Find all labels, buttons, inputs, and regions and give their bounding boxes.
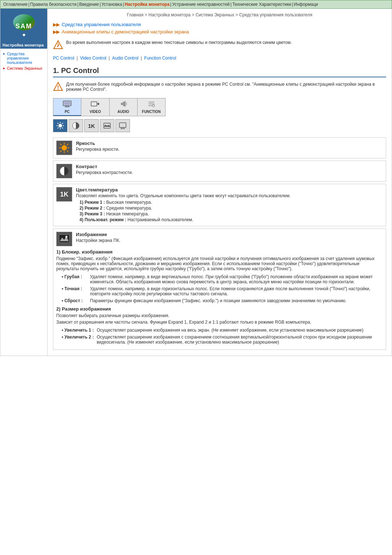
arrow-icon-1: ► [3, 52, 6, 56]
separator-2: | [109, 56, 111, 61]
contrast-title: Контраст [76, 164, 383, 169]
btn-image[interactable] [100, 119, 114, 132]
function-control-link[interactable]: Function Control [144, 56, 176, 61]
nav-settings[interactable]: Настройка монитора [124, 2, 170, 7]
svg-point-19 [58, 124, 62, 127]
svg-line-24 [58, 123, 58, 124]
nav-install[interactable]: Установка [102, 2, 122, 7]
link-user-controls[interactable]: Средства управления пользователя [62, 22, 141, 27]
pc-note-icon [53, 82, 63, 93]
logo-text: SAM◆ [8, 23, 40, 38]
section-link-item-2[interactable]: ▶▶ Анимационные клипы с демонстрацией на… [53, 29, 386, 35]
image-title: Изображение [76, 232, 383, 237]
brightness-content: Яркость Регулировка яркости. [76, 141, 383, 153]
brightness-desc: Регулировка яркости. [76, 147, 383, 152]
audio-tab-icon [111, 101, 136, 109]
tab-function[interactable]: FUNCTION [138, 98, 165, 116]
btn-screen[interactable] [115, 119, 130, 132]
sidebar-item-user-controls[interactable]: ► Средства управления пользователя [3, 51, 45, 65]
tab-pc-label: PC [55, 110, 79, 114]
svg-rect-45 [59, 235, 69, 243]
brightness-icon [56, 141, 72, 155]
pc-control-link[interactable]: PC Control [53, 56, 74, 61]
nav-toc[interactable]: Оглавление [3, 2, 28, 7]
subsection1-title: 1) Блокир. изображения [56, 249, 383, 255]
top-navigation: Оглавление| Правила безопасности| Введен… [0, 0, 392, 9]
svg-line-40 [60, 144, 62, 145]
bullet-reset-label: • Сброст : [62, 298, 87, 303]
svg-rect-33 [121, 127, 124, 129]
svg-rect-8 [64, 102, 70, 105]
audio-control-link[interactable]: Audio Control [112, 56, 139, 61]
bullet-rough-text: Удаляет помехи, например, в виде вертика… [90, 274, 383, 284]
info-icon: ✓ [53, 40, 63, 50]
bullet-expand1: • Увеличить 1 : Осуществляет расширение … [62, 328, 383, 333]
nav-intro[interactable]: Введение [79, 2, 99, 7]
btn-contrast[interactable] [69, 119, 83, 132]
info-text: Во время выполнения настроек в каждом ме… [66, 40, 292, 45]
bullet-expand1-label: • Увеличить 1 : [62, 328, 94, 333]
bullet-rough-label: • Грубая : [62, 274, 87, 279]
info-box: ✓ Во время выполнения настроек в каждом … [53, 38, 386, 52]
contrast-icon [56, 164, 72, 178]
main-content: Главная > Настройка монитора > Система Э… [48, 9, 392, 356]
arrow-icon-2: ► [3, 66, 6, 70]
color-temp-desc: Позволяет изменять тон цвета. Отдельные … [76, 193, 383, 198]
subsection1-desc: Подменю "Зафикс. изобр." (Фиксация изобр… [56, 256, 383, 271]
feature-brightness: Яркость Регулировка яркости. [53, 137, 386, 158]
svg-marker-30 [104, 124, 110, 127]
bullet-expand2-label: • Увеличить 2 : [62, 335, 94, 340]
nav-specs[interactable]: Технические Характеристики [232, 2, 291, 7]
mode-1: 1) Режим 1 : Высокая температура. [79, 200, 383, 205]
bullet-reset: • Сброст : Параметры функции фиксации из… [62, 298, 383, 303]
main-wrapper: SAM◆ Настройка монитора ► Средства управ… [0, 9, 392, 356]
brightness-title: Яркость [76, 141, 383, 146]
bullet-reset-text: Параметры функции фиксации изображения (… [90, 298, 383, 303]
sidebar: SAM◆ Настройка монитора ► Средства управ… [0, 9, 48, 356]
tab-pc[interactable]: PC [53, 98, 81, 116]
nav-info[interactable]: Информаци [294, 2, 318, 7]
sidebar-item-label-2: Система Экранных [7, 66, 42, 70]
image-content-header: Изображение Настройки экрана ПК. [76, 232, 383, 244]
svg-line-41 [67, 151, 69, 152]
svg-rect-34 [121, 129, 125, 129]
subsection2-desc1: Позволяет выбирать различные размеры изо… [56, 313, 383, 318]
section-links: ▶▶ Средства управления пользователя ▶▶ А… [53, 22, 386, 35]
svg-point-18 [152, 105, 155, 107]
feature-contrast: Контраст Регулировка контрастности. [53, 161, 386, 182]
pc-note: Для получения более подробной информации… [53, 82, 386, 93]
bullet-rough: • Грубая : Удаляет помехи, например, в в… [62, 274, 383, 284]
bullet-fine-label: • Точная : [62, 286, 87, 291]
mode-4: 4) Пользоват. режим : Настраиваемый поль… [79, 217, 383, 222]
svg-point-35 [62, 145, 67, 150]
tab-audio[interactable]: AUDIO [110, 98, 138, 116]
bullet-fine: • Точная : Удаляет помехи, например, в в… [62, 286, 383, 296]
nav-safety[interactable]: Правила безопасности [30, 2, 77, 7]
link-animation[interactable]: Анимационные клипы с демонстрацией настр… [62, 29, 189, 35]
svg-point-31 [108, 124, 109, 125]
section-link-item-1[interactable]: ▶▶ Средства управления пользователя [53, 22, 386, 27]
tab-video-label: VIDEO [83, 110, 107, 114]
pc-note-text: Для получения более подробной информации… [66, 82, 386, 92]
bullet-expand2-text: Осуществляет расширение изображения с со… [97, 335, 383, 345]
separator-3: | [141, 56, 143, 61]
function-tab-icon [139, 101, 164, 109]
video-control-link[interactable]: Video Control [80, 56, 106, 61]
pc-tab-icon [55, 101, 79, 109]
btn-color-temp[interactable]: 1K [84, 119, 99, 132]
color-temp-icon: 1K [56, 187, 72, 202]
feature-image: Изображение Настройки экрана ПК. 1) Блок… [53, 228, 386, 350]
svg-line-26 [62, 123, 63, 124]
svg-line-27 [58, 127, 58, 128]
tab-function-label: FUNCTION [139, 110, 164, 114]
tab-video[interactable]: VIDEO [81, 98, 109, 116]
double-arrow-icon-2: ▶▶ [53, 29, 60, 35]
btn-brightness[interactable] [53, 119, 68, 132]
breadcrumb: Главная > Настройка монитора > Система Э… [53, 12, 386, 17]
sidebar-item-screen-system[interactable]: ► Система Экранных [3, 65, 45, 71]
contrast-desc: Регулировка контрастности. [76, 170, 383, 175]
section-heading: 1. PC Control [53, 66, 386, 77]
sidebar-nav: ► Средства управления пользователя ► Сис… [0, 49, 47, 73]
nav-troubleshoot[interactable]: Устранение неисправностей [172, 2, 230, 7]
color-temp-title: Цвет.температура [76, 187, 383, 193]
